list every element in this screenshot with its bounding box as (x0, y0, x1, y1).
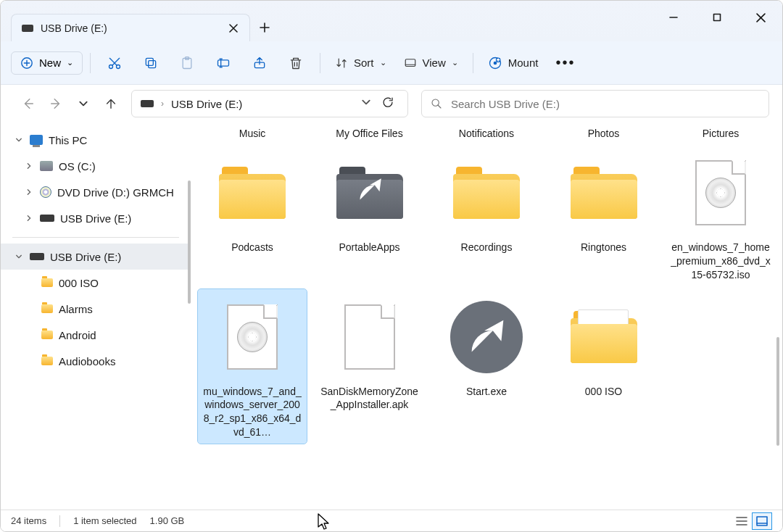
forward-button[interactable] (49, 96, 63, 111)
folder-icon (219, 167, 286, 219)
folder-icon (41, 331, 53, 339)
folder-item-000iso[interactable]: 000 ISO (550, 289, 658, 444)
details-view-button[interactable] (732, 512, 752, 530)
folder-item[interactable]: My Office Files (315, 122, 424, 145)
file-item-iso-selected[interactable]: mu_windows_7_and_windows_server_2008_r2_… (198, 289, 307, 444)
sidebar-item-this-pc[interactable]: This PC (1, 127, 191, 153)
dvd-drive-icon (40, 186, 51, 198)
usb-drive-icon (141, 100, 154, 107)
status-selected: 1 item selected (73, 515, 136, 526)
svg-point-12 (494, 62, 496, 64)
chevron-down-icon (14, 253, 24, 260)
svg-rect-15 (757, 517, 767, 525)
file-item-start-exe[interactable]: Start.exe (432, 289, 541, 444)
pc-icon (30, 135, 43, 145)
item-label: mu_windows_7_and_windows_server_2008_r2_… (202, 385, 302, 440)
address-dropdown-button[interactable] (361, 97, 371, 110)
folder-item[interactable]: Music (198, 122, 307, 145)
navigation-bar: › USB Drive (E:) (1, 85, 782, 122)
sidebar-item-dvd[interactable]: DVD Drive (D:) GRMCH (1, 179, 191, 205)
folder-item-recordings[interactable]: Recordings (432, 145, 541, 286)
file-icon (344, 304, 395, 370)
folder-item-ringtones[interactable]: Ringtones (550, 145, 658, 286)
folder-item[interactable]: Pictures (666, 122, 775, 145)
separator (90, 53, 91, 73)
sidebar-label: DVD Drive (D:) GRMCH (57, 186, 174, 199)
status-item-count: 24 items (11, 515, 46, 526)
exe-shortcut-icon (450, 301, 523, 373)
folder-shortcut-icon (336, 167, 403, 219)
search-input[interactable] (451, 98, 760, 110)
sidebar-item-os-c[interactable]: OS (C:) (1, 153, 191, 179)
sidebar-label: USB Drive (E:) (60, 212, 131, 225)
sidebar-item-usb[interactable]: USB Drive (E:) (1, 205, 191, 231)
svg-rect-4 (149, 60, 156, 67)
sidebar-folder[interactable]: Android (1, 322, 191, 348)
sort-label: Sort (354, 57, 374, 69)
search-box[interactable] (421, 90, 769, 117)
up-button[interactable] (104, 96, 118, 111)
status-bar: 24 items 1 item selected 1.90 GB (1, 510, 782, 531)
svg-rect-8 (218, 59, 229, 65)
folder-item[interactable]: Photos (550, 122, 658, 145)
items-view[interactable]: Music My Office Files Notifications Phot… (191, 122, 782, 531)
sidebar-folder[interactable]: Audiobooks (1, 348, 191, 374)
copy-button[interactable] (134, 49, 167, 78)
item-label: Notifications (459, 127, 514, 141)
folder-icon (453, 167, 520, 219)
separator (59, 515, 60, 527)
window-close-button[interactable] (739, 1, 782, 34)
command-bar: New ⌄ Sort ⌄ View ⌄ Mount ••• (1, 41, 782, 85)
svg-rect-0 (714, 14, 721, 21)
address-bar[interactable]: › USB Drive (E:) (131, 90, 408, 117)
delete-button[interactable] (279, 49, 312, 78)
folder-icon (41, 357, 53, 365)
paste-button[interactable] (170, 49, 204, 78)
usb-drive-icon (22, 25, 33, 32)
sidebar-label: 000 ISO (59, 277, 99, 289)
status-size: 1.90 GB (150, 515, 185, 526)
new-tab-button[interactable] (250, 14, 279, 41)
breadcrumb-segment[interactable]: USB Drive (E:) (171, 98, 242, 110)
navigation-pane: This PC OS (C:) DVD Drive (D:) GRMCH USB… (1, 122, 191, 531)
search-icon (431, 98, 442, 109)
window-minimize-button[interactable] (652, 1, 695, 34)
item-label: Recordings (461, 241, 513, 254)
view-button[interactable]: View ⌄ (397, 52, 465, 74)
sidebar-folder[interactable]: Alarms (1, 296, 191, 322)
cut-button[interactable] (98, 49, 131, 78)
file-item-apk[interactable]: SanDiskMemoryZone_AppInstaller.apk (315, 289, 424, 444)
mount-button[interactable]: Mount (481, 51, 546, 75)
sidebar-label: USB Drive (E:) (50, 251, 121, 263)
sidebar-folder[interactable]: 000 ISO (1, 270, 191, 296)
sidebar-label: This PC (49, 134, 87, 146)
iso-file-icon (227, 304, 278, 370)
separator (12, 237, 179, 238)
recent-locations-button[interactable] (76, 96, 91, 111)
file-item-iso[interactable]: en_windows_7_home_premium_x86_dvd_x15-65… (666, 145, 775, 286)
content-scrollbar[interactable] (776, 337, 779, 446)
usb-drive-icon (30, 253, 44, 260)
sort-button[interactable]: Sort ⌄ (328, 52, 394, 74)
large-icons-view-button[interactable] (752, 512, 772, 530)
folder-item-podcasts[interactable]: Podcasts (198, 145, 307, 286)
rename-button[interactable] (207, 49, 240, 78)
more-button[interactable]: ••• (548, 54, 582, 71)
folder-icon (571, 167, 637, 219)
mount-label: Mount (508, 57, 539, 69)
share-button[interactable] (243, 49, 276, 78)
back-button[interactable] (21, 96, 36, 111)
sidebar-label: OS (C:) (59, 160, 96, 173)
tab-close-button[interactable] (225, 20, 242, 37)
refresh-button[interactable] (381, 96, 394, 112)
folder-item-portableapps[interactable]: PortableApps (315, 145, 424, 286)
separator (320, 53, 320, 73)
item-label: Photos (588, 127, 620, 141)
new-button[interactable]: New ⌄ (11, 51, 83, 75)
item-label: 000 ISO (585, 385, 622, 399)
chevron-down-icon: ⌄ (67, 58, 73, 67)
sidebar-item-usb-expanded[interactable]: USB Drive (E:) (1, 244, 191, 270)
folder-item[interactable]: Notifications (432, 122, 541, 145)
window-maximize-button[interactable] (695, 1, 739, 34)
browser-tab[interactable]: USB Drive (E:) (11, 14, 250, 41)
